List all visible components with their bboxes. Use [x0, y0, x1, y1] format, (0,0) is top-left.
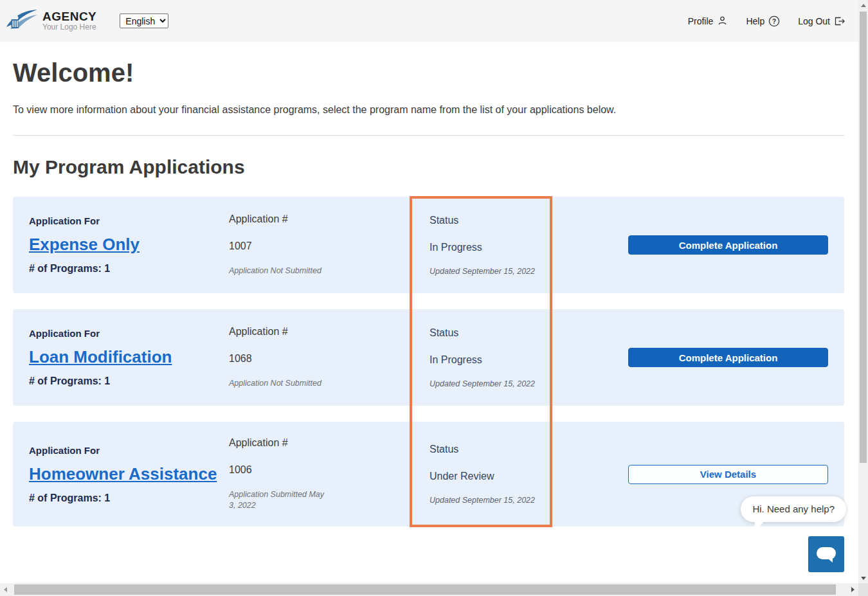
- application-number-value: 1007: [229, 240, 429, 252]
- status-column: Status In Progress Updated September 15,…: [429, 327, 615, 388]
- horizontal-scrollbar[interactable]: [0, 583, 868, 596]
- top-header: AGENCY Your Logo Here English Profile He…: [0, 0, 858, 42]
- help-link[interactable]: Help ?: [746, 15, 780, 27]
- scroll-right-arrow[interactable]: [851, 587, 854, 592]
- application-card-expense-only: Application For Expense Only # of Progra…: [13, 197, 844, 293]
- status-label: Status: [429, 444, 615, 455]
- submission-note: Application Submitted May 3, 2022: [229, 489, 325, 511]
- svg-text:?: ?: [772, 17, 776, 24]
- program-name-link[interactable]: Homeowner Assistance: [29, 464, 217, 484]
- application-for-column: Application For Loan Modification # of P…: [29, 328, 229, 387]
- profile-link[interactable]: Profile: [688, 15, 728, 26]
- chat-icon: [817, 546, 836, 563]
- status-updated: Updated September 15, 2022: [429, 267, 615, 276]
- status-column: Status Under Review Updated September 15…: [429, 444, 615, 505]
- status-label: Status: [429, 215, 615, 226]
- page-title: Welcome!: [13, 57, 844, 88]
- application-for-label: Application For: [29, 215, 229, 226]
- help-icon: ?: [768, 15, 780, 27]
- submission-note: Application Not Submitted: [229, 378, 377, 389]
- complete-application-button[interactable]: Complete Application: [628, 235, 828, 255]
- application-number-value: 1006: [229, 464, 429, 476]
- action-column: Complete Application: [628, 235, 828, 255]
- application-cards: Application For Expense Only # of Progra…: [13, 197, 844, 527]
- help-label: Help: [746, 16, 764, 26]
- scroll-up-arrow[interactable]: [861, 4, 866, 7]
- application-card-homeowner-assistance: Application For Homeowner Assistance # o…: [13, 422, 844, 527]
- logout-icon: [834, 16, 845, 26]
- chat-greeting-text: Hi. Need any help?: [752, 503, 835, 514]
- program-name-link[interactable]: Loan Modification: [29, 347, 172, 367]
- language-select[interactable]: English: [120, 14, 168, 28]
- application-number-label: Application #: [229, 437, 429, 449]
- logo-title: AGENCY: [42, 10, 96, 23]
- application-for-label: Application For: [29, 445, 229, 456]
- application-number-column: Application # 1006 Application Submitted…: [229, 437, 429, 511]
- status-value: In Progress: [429, 354, 615, 366]
- horizontal-scrollbar-thumb[interactable]: [14, 584, 836, 595]
- application-number-value: 1068: [229, 353, 429, 365]
- application-card-loan-modification: Application For Loan Modification # of P…: [13, 309, 844, 406]
- status-column: Status In Progress Updated September 15,…: [429, 215, 615, 276]
- agency-logo: AGENCY Your Logo Here: [5, 8, 96, 35]
- scrollbar-corner: [858, 583, 868, 596]
- vertical-scrollbar-thumb[interactable]: [860, 12, 867, 463]
- logo-subtitle: Your Logo Here: [42, 23, 96, 32]
- logout-link[interactable]: Log Out: [798, 16, 845, 26]
- chat-greeting-bubble[interactable]: Hi. Need any help?: [741, 496, 846, 522]
- intro-text: To view more information about your fina…: [13, 104, 844, 116]
- main-content: Welcome! To view more information about …: [0, 42, 858, 527]
- scroll-down-arrow[interactable]: [861, 577, 866, 580]
- chat-bubble-tail: [755, 521, 764, 532]
- agency-logo-icon: [5, 8, 39, 35]
- application-number-label: Application #: [229, 326, 429, 338]
- chat-launcher-button[interactable]: [808, 536, 844, 572]
- status-value: Under Review: [429, 471, 615, 482]
- application-for-column: Application For Expense Only # of Progra…: [29, 215, 229, 275]
- vertical-scrollbar[interactable]: [858, 0, 868, 583]
- profile-label: Profile: [688, 16, 714, 26]
- application-number-column: Application # 1007 Application Not Submi…: [229, 213, 429, 276]
- action-column: View Details: [628, 465, 828, 484]
- logo-text: AGENCY Your Logo Here: [42, 10, 96, 32]
- application-for-label: Application For: [29, 328, 229, 339]
- application-for-column: Application For Homeowner Assistance # o…: [29, 445, 229, 504]
- action-column: Complete Application: [628, 348, 828, 367]
- program-name-link[interactable]: Expense Only: [29, 235, 140, 255]
- complete-application-button[interactable]: Complete Application: [628, 348, 828, 367]
- section-title: My Program Applications: [13, 155, 844, 179]
- application-number-column: Application # 1068 Application Not Submi…: [229, 326, 429, 389]
- status-value: In Progress: [429, 242, 615, 253]
- status-updated: Updated September 15, 2022: [429, 496, 615, 505]
- logout-label: Log Out: [798, 16, 830, 26]
- status-label: Status: [429, 327, 615, 339]
- dashboard-page: AGENCY Your Logo Here English Profile He…: [0, 0, 868, 596]
- divider: [13, 135, 844, 136]
- submission-note: Application Not Submitted: [229, 266, 377, 276]
- header-nav: Profile Help ? Log Out: [688, 15, 845, 27]
- application-number-label: Application #: [229, 213, 429, 225]
- programs-count: # of Programs: 1: [29, 263, 229, 275]
- status-updated: Updated September 15, 2022: [429, 379, 615, 388]
- profile-icon: [717, 15, 728, 26]
- programs-count: # of Programs: 1: [29, 375, 229, 387]
- scroll-left-arrow[interactable]: [4, 587, 7, 592]
- view-details-button[interactable]: View Details: [628, 465, 828, 484]
- programs-count: # of Programs: 1: [29, 492, 229, 504]
